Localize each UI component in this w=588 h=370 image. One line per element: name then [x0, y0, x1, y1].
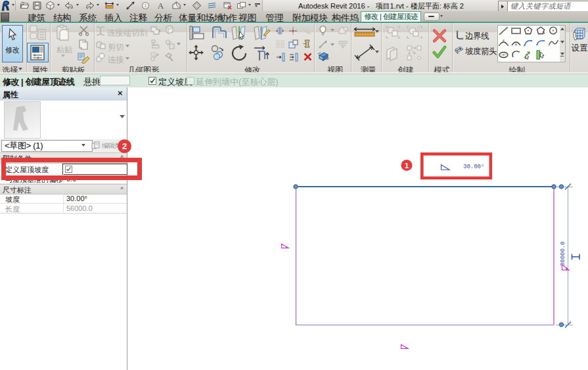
svg-text:30.00°: 30.00°: [463, 164, 484, 170]
svg-text:1: 1: [405, 162, 409, 170]
svg-text:1: 1: [145, 3, 147, 8]
svg-text:30000.0: 30000.0: [560, 241, 566, 266]
svg-text:A: A: [158, 1, 164, 11]
